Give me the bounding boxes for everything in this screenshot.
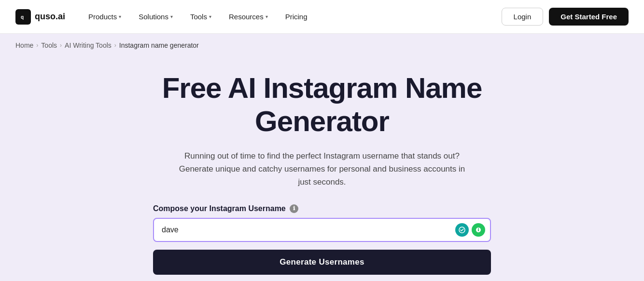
nav-actions: Login Get Started Free: [502, 8, 629, 26]
nav-links: Products ▾ Solutions ▾ Tools ▾ Resources…: [81, 9, 502, 25]
input-wrapper: [153, 218, 491, 242]
tools-chevron-icon: ▾: [209, 14, 211, 19]
form-label-row: Compose your Instagram Username ℹ: [153, 204, 491, 213]
breadcrumb-current: Instagram name generator: [119, 41, 199, 49]
logo-icon: q: [15, 9, 31, 25]
generate-button[interactable]: Generate Usernames: [153, 250, 491, 275]
nav-products[interactable]: Products ▾: [81, 9, 129, 25]
breadcrumb: Home › Tools › AI Writing Tools › Instag…: [0, 34, 644, 57]
info-icon[interactable]: ℹ: [290, 204, 298, 213]
breadcrumb-ai-writing[interactable]: AI Writing Tools: [65, 41, 112, 49]
breadcrumb-separator-3: ›: [114, 42, 116, 49]
icon-green-circle[interactable]: [472, 223, 485, 237]
navbar: q quso.ai Products ▾ Solutions ▾ Tools ▾…: [0, 0, 644, 34]
products-chevron-icon: ▾: [119, 14, 121, 19]
input-icons: [455, 223, 485, 237]
page-title: Free AI Instagram Name Generator: [153, 71, 491, 138]
svg-text:q: q: [21, 14, 24, 20]
logo[interactable]: q quso.ai: [15, 9, 65, 25]
breadcrumb-tools[interactable]: Tools: [41, 41, 57, 49]
nav-solutions[interactable]: Solutions ▾: [131, 9, 181, 25]
breadcrumb-separator-2: ›: [60, 42, 62, 49]
solutions-chevron-icon: ▾: [170, 14, 173, 19]
username-input[interactable]: [153, 218, 491, 242]
logo-text: quso.ai: [35, 12, 65, 22]
login-button[interactable]: Login: [502, 8, 544, 26]
resources-chevron-icon: ▾: [266, 14, 268, 19]
main-content: Free AI Instagram Name Generator Running…: [0, 57, 644, 281]
nav-resources[interactable]: Resources ▾: [221, 9, 276, 25]
form-label: Compose your Instagram Username: [153, 204, 286, 213]
breadcrumb-home[interactable]: Home: [15, 41, 33, 49]
form-section: Compose your Instagram Username ℹ: [153, 204, 491, 275]
nav-pricing[interactable]: Pricing: [278, 9, 315, 25]
get-started-button[interactable]: Get Started Free: [549, 8, 629, 26]
icon-teal-circle[interactable]: [455, 223, 469, 237]
breadcrumb-separator-1: ›: [36, 42, 38, 49]
page-description: Running out of time to find the perfect …: [177, 149, 467, 189]
nav-tools[interactable]: Tools ▾: [182, 9, 219, 25]
